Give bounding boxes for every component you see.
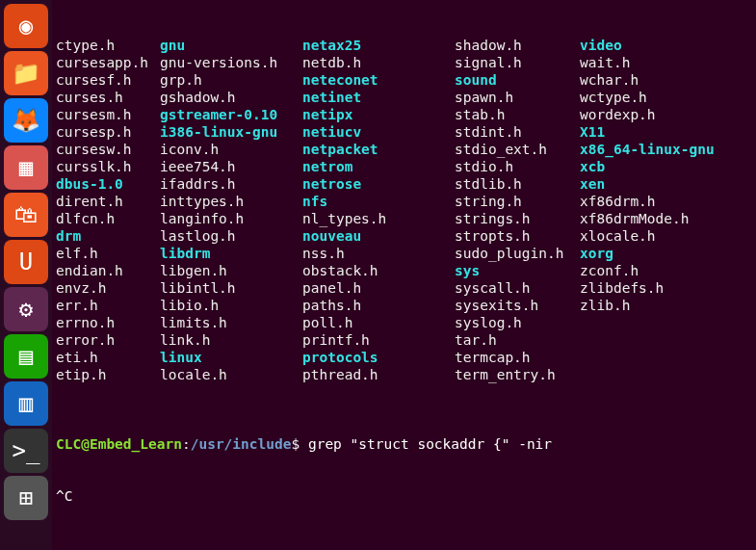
ls-entry: curses.h [56, 89, 160, 106]
ls-entry: cursesp.h [56, 123, 160, 141]
launcher-settings-icon[interactable]: ⚙ [4, 287, 48, 331]
ls-entry: langinfo.h [160, 210, 302, 227]
launcher-files-icon[interactable]: 📁 [4, 51, 48, 95]
ls-entry: syslog.h [455, 314, 580, 331]
ls-entry: locale.h [160, 366, 302, 383]
launcher-software-center-icon[interactable]: 🛍 [4, 193, 48, 237]
ls-entry: gnu [160, 37, 302, 54]
ls-row: elf.hlibdrmnss.hsudo_plugin.hxorg [56, 245, 752, 262]
ls-output: ctype.hgnunetax25shadow.hvideocursesapp.… [56, 37, 752, 383]
ls-entry: xf86drm.h [580, 193, 656, 210]
ls-row: ctype.hgnunetax25shadow.hvideo [56, 37, 752, 54]
ls-entry: zconf.h [580, 262, 639, 279]
ls-entry: zlibdefs.h [580, 279, 664, 297]
ls-row: cursslk.hieee754.hnetromstdio.hxcb [56, 158, 752, 175]
ls-row: cursesm.hgstreamer-0.10netipxstab.hworde… [56, 106, 752, 123]
ls-entry: netinet [302, 89, 455, 106]
ls-row: envz.hlibintl.hpanel.hsyscall.hzlibdefs.… [56, 279, 752, 297]
ls-entry: cursesapp.h [56, 54, 160, 71]
ls-row: cursesapp.hgnu-versions.hnetdb.hsignal.h… [56, 54, 752, 71]
launcher-writer-icon[interactable]: ▥ [4, 381, 48, 426]
ls-entry: stdint.h [455, 123, 580, 141]
launcher-ubuntu-one-icon[interactable]: U [4, 240, 48, 284]
ls-entry: link.h [160, 331, 302, 349]
launcher-calc-icon[interactable]: ▤ [4, 334, 48, 379]
ls-entry: libdrm [160, 245, 302, 262]
ls-entry: ieee754.h [160, 158, 302, 175]
ls-row: eti.hlinuxprotocolstermcap.h [56, 349, 752, 366]
terminal-window[interactable]: ctype.hgnunetax25shadow.hvideocursesapp.… [52, 0, 756, 550]
ls-entry: cursesm.h [56, 106, 160, 123]
ls-entry: nouveau [302, 227, 455, 245]
ls-entry: err.h [56, 297, 160, 314]
ls-entry: pthread.h [302, 366, 455, 383]
ls-entry: paths.h [302, 297, 455, 314]
ls-entry: wordexp.h [580, 106, 656, 123]
ls-row: drmlastlog.hnouveaustropts.hxlocale.h [56, 227, 752, 245]
ls-entry: zlib.h [580, 297, 630, 314]
ls-entry: inttypes.h [160, 193, 302, 210]
ls-entry: limits.h [160, 314, 302, 331]
launcher-firefox-icon[interactable]: 🦊 [4, 98, 48, 143]
ls-entry: netpacket [302, 141, 455, 158]
ls-entry: i386-linux-gnu [160, 123, 302, 141]
launcher-workspace-icon[interactable]: ⊞ [4, 476, 48, 520]
ls-entry: neteconet [302, 71, 455, 89]
ls-entry: printf.h [302, 331, 455, 349]
ls-row: err.hlibio.hpaths.hsysexits.hzlib.h [56, 297, 752, 314]
launcher-ubuntu-dash-icon[interactable]: ◉ [4, 4, 48, 48]
ls-entry: stdio.h [455, 158, 580, 175]
terminal-line: CLC@Embed_Learn:/usr/include$ grep "stru… [56, 435, 752, 453]
ls-entry: ifaddrs.h [160, 175, 302, 193]
ls-entry: string.h [455, 193, 580, 210]
ls-entry: gstreamer-0.10 [160, 106, 302, 123]
ls-entry: wait.h [580, 54, 630, 71]
ls-entry: libintl.h [160, 279, 302, 297]
unity-launcher: ◉📁🦊▦🛍U⚙▤▥>_⊞ [0, 0, 52, 550]
ls-entry: lastlog.h [160, 227, 302, 245]
ls-entry: libgen.h [160, 262, 302, 279]
ls-entry: linux [160, 349, 302, 366]
ls-entry: errno.h [56, 314, 160, 331]
ls-entry: xlocale.h [580, 227, 656, 245]
ls-entry: panel.h [302, 279, 455, 297]
terminal-line: ^C [56, 487, 752, 505]
ls-row: error.hlink.hprintf.htar.h [56, 331, 752, 349]
ls-entry: stdio_ext.h [455, 141, 580, 158]
ls-entry: netiucv [302, 123, 455, 141]
ls-entry: stropts.h [455, 227, 580, 245]
ls-entry: iconv.h [160, 141, 302, 158]
ls-entry: netrose [302, 175, 455, 193]
ls-row: etip.hlocale.hpthread.hterm_entry.h [56, 366, 752, 383]
ls-entry: sysexits.h [455, 297, 580, 314]
ls-entry: eti.h [56, 349, 160, 366]
ls-row: errno.hlimits.hpoll.hsyslog.h [56, 314, 752, 331]
ls-entry: xf86drmMode.h [580, 210, 690, 227]
launcher-terminal-icon[interactable]: >_ [4, 429, 48, 473]
ls-entry: envz.h [56, 279, 160, 297]
ls-entry: dirent.h [56, 193, 160, 210]
launcher-impress-icon[interactable]: ▦ [4, 145, 48, 190]
ls-entry: obstack.h [302, 262, 455, 279]
ls-row: dbus-1.0ifaddrs.hnetrosestdlib.hxen [56, 175, 752, 193]
ls-row: cursesp.hi386-linux-gnunetiucvstdint.hX1… [56, 123, 752, 141]
ls-entry: xorg [580, 245, 613, 262]
ls-entry: dbus-1.0 [56, 175, 160, 193]
ls-row: dlfcn.hlanginfo.hnl_types.hstrings.hxf86… [56, 210, 752, 227]
ls-entry: spawn.h [455, 89, 580, 106]
ls-entry: elf.h [56, 245, 160, 262]
ls-entry: video [580, 37, 622, 54]
ls-entry: nfs [302, 193, 455, 210]
ls-entry: gshadow.h [160, 89, 302, 106]
ls-entry: ctype.h [56, 37, 160, 54]
ls-entry: wchar.h [580, 71, 639, 89]
ls-entry: strings.h [455, 210, 580, 227]
ls-entry: x86_64-linux-gnu [580, 141, 715, 158]
ls-row: curses.hgshadow.hnetinetspawn.hwctype.h [56, 89, 752, 106]
ls-entry: poll.h [302, 314, 455, 331]
ls-entry: cursesw.h [56, 141, 160, 158]
ls-entry: termcap.h [455, 349, 580, 366]
ls-entry: wctype.h [580, 89, 647, 106]
ls-entry: netdb.h [302, 54, 455, 71]
ls-entry: xcb [580, 158, 605, 175]
